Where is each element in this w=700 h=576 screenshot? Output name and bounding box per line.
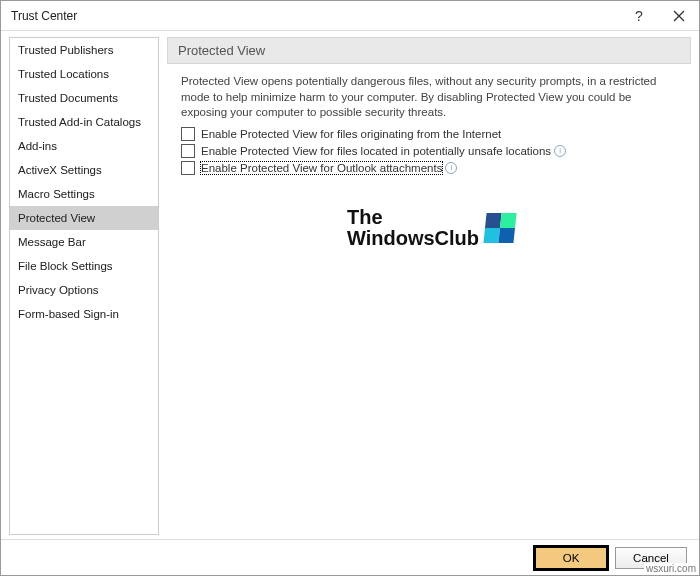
sidebar-item-activex-settings[interactable]: ActiveX Settings (10, 158, 158, 182)
option-row: Enable Protected View for files originat… (181, 127, 679, 141)
watermark: The WindowsClub (347, 207, 515, 249)
sidebar-item-protected-view[interactable]: Protected View (10, 206, 158, 230)
section-description: Protected View opens potentially dangero… (167, 64, 691, 127)
dialog-footer: OK Cancel (1, 539, 699, 575)
sidebar-item-macro-settings[interactable]: Macro Settings (10, 182, 158, 206)
option-label: Enable Protected View for Outlook attach… (201, 162, 442, 174)
sidebar-item-message-bar[interactable]: Message Bar (10, 230, 158, 254)
watermark-line1: The (347, 207, 479, 228)
sidebar-item-trusted-add-in-catalogs[interactable]: Trusted Add-in Catalogs (10, 110, 158, 134)
option-checkbox[interactable] (181, 144, 195, 158)
sidebar-item-file-block-settings[interactable]: File Block Settings (10, 254, 158, 278)
option-label: Enable Protected View for files originat… (201, 128, 501, 140)
sidebar-item-add-ins[interactable]: Add-ins (10, 134, 158, 158)
sidebar-item-trusted-locations[interactable]: Trusted Locations (10, 62, 158, 86)
option-row: Enable Protected View for Outlook attach… (181, 161, 679, 175)
dialog-title: Trust Center (11, 9, 619, 23)
sidebar-item-trusted-publishers[interactable]: Trusted Publishers (10, 38, 158, 62)
sidebar-item-privacy-options[interactable]: Privacy Options (10, 278, 158, 302)
options-group: Enable Protected View for files originat… (167, 127, 691, 178)
category-sidebar: Trusted PublishersTrusted LocationsTrust… (9, 37, 159, 535)
sidebar-item-trusted-documents[interactable]: Trusted Documents (10, 86, 158, 110)
close-button[interactable] (659, 1, 699, 31)
help-button[interactable]: ? (619, 1, 659, 31)
trust-center-dialog: Trust Center ? Trusted PublishersTrusted… (0, 0, 700, 576)
section-header: Protected View (167, 37, 691, 64)
main-panel: Protected View Protected View opens pote… (167, 37, 691, 535)
close-icon (673, 10, 685, 22)
source-caption: wsxuri.com (644, 563, 698, 574)
windows-logo-icon (483, 213, 516, 243)
option-checkbox[interactable] (181, 161, 195, 175)
watermark-line2: WindowsClub (347, 228, 479, 249)
ok-button[interactable]: OK (535, 547, 607, 569)
sidebar-item-form-based-sign-in[interactable]: Form-based Sign-in (10, 302, 158, 326)
title-bar: Trust Center ? (1, 1, 699, 31)
info-icon[interactable]: i (445, 162, 457, 174)
info-icon[interactable]: i (554, 145, 566, 157)
option-checkbox[interactable] (181, 127, 195, 141)
dialog-body: Trusted PublishersTrusted LocationsTrust… (1, 31, 699, 539)
option-label: Enable Protected View for files located … (201, 145, 551, 157)
option-row: Enable Protected View for files located … (181, 144, 679, 158)
